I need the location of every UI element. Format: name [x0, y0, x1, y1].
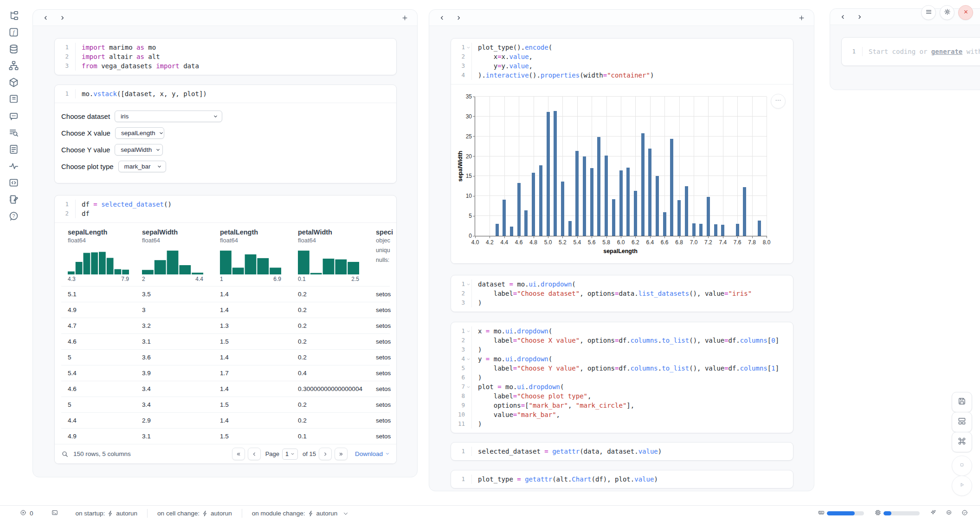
run-button[interactable] — [952, 475, 972, 496]
close-button[interactable] — [958, 5, 973, 20]
chevron-left-icon[interactable] — [838, 12, 848, 22]
chart-bar[interactable] — [547, 112, 550, 236]
chart-bar[interactable] — [583, 156, 586, 236]
chart-bar[interactable] — [670, 139, 673, 236]
code-editor[interactable]: 1dataset = mo.ui.dropdown(2 label="Choos… — [451, 275, 793, 312]
chart-bar[interactable] — [510, 227, 513, 236]
chevron-right-icon[interactable] — [854, 12, 864, 22]
fold-chevron-icon[interactable] — [465, 280, 471, 289]
dependency-graph-icon[interactable] — [5, 57, 22, 74]
scripts-icon[interactable] — [5, 91, 22, 107]
chart-bar[interactable] — [677, 200, 681, 236]
chart-bar[interactable] — [692, 223, 696, 236]
settings-button[interactable] — [940, 5, 954, 20]
chart-bar[interactable] — [707, 197, 710, 236]
page-select[interactable]: 1 — [282, 449, 298, 460]
add-cell-icon[interactable] — [400, 13, 410, 23]
chart-bar[interactable] — [568, 221, 572, 236]
terminal-button[interactable] — [49, 509, 57, 517]
runtime-config-2[interactable]: on module change:autorun — [252, 510, 352, 517]
generate-link[interactable]: generate — [931, 48, 962, 55]
runtime-config-0[interactable]: on startup:autorun — [76, 510, 138, 517]
code-editor-empty[interactable]: 1 Start coding or generate with — [842, 47, 980, 56]
code-editor[interactable]: 1selected_dataset = getattr(data, datase… — [451, 443, 793, 460]
chevron-right-icon[interactable] — [57, 13, 67, 23]
chevron-right-icon[interactable] — [453, 13, 464, 23]
column-header-sepalWidth[interactable]: sepalWidthfloat6424.4 — [135, 228, 213, 282]
chart-bar[interactable] — [663, 212, 666, 236]
functions-icon[interactable]: f — [5, 24, 22, 40]
chart-bar[interactable] — [597, 137, 600, 236]
dropdown-3[interactable]: mark_bar — [118, 161, 166, 172]
file-tree-icon[interactable] — [5, 7, 22, 24]
fold-chevron-icon[interactable] — [465, 326, 471, 336]
keyboard-shortcuts-button[interactable] — [952, 432, 972, 452]
code-editor[interactable]: 1plot_type = getattr(alt.Chart(df), plot… — [451, 470, 793, 488]
chart-bar[interactable] — [721, 225, 724, 236]
check-circle-button[interactable] — [959, 509, 967, 517]
chart-bar[interactable] — [634, 191, 637, 236]
packages-icon[interactable] — [5, 74, 22, 91]
help-icon[interactable]: ? — [5, 208, 22, 224]
code-editor[interactable]: 1x = mo.ui.dropdown(2 label="Choose X va… — [451, 322, 793, 433]
column-header-sepalLength[interactable]: sepalLengthfloat644.37.9 — [61, 228, 135, 282]
chart-bar[interactable] — [612, 199, 615, 236]
search-icon[interactable] — [61, 450, 69, 458]
scratchpad-icon[interactable] — [5, 191, 22, 208]
dropdown-0[interactable]: iris — [115, 111, 222, 122]
code-editor[interactable]: 1plot_type().encode(2 x=x.value,3 y=y.va… — [451, 39, 793, 84]
copilot-button[interactable] — [943, 509, 951, 517]
column-header-speci[interactable]: speciobjecuniqunulls: — [369, 228, 392, 282]
column-header-petalWidth[interactable]: petalWidthfloat640.12.5 — [291, 228, 369, 282]
chart-bar[interactable] — [517, 183, 521, 236]
chart-bar[interactable] — [699, 224, 703, 236]
chevron-left-icon[interactable] — [437, 13, 447, 23]
errors-indicator[interactable]: 0 — [18, 509, 33, 517]
stop-button[interactable] — [952, 456, 972, 476]
fold-chevron-icon[interactable] — [465, 382, 471, 391]
runtime-config-1[interactable]: on cell change:autorun — [157, 510, 232, 517]
dropdown-2[interactable]: sepalWidth — [115, 144, 163, 156]
chart-bar[interactable] — [590, 168, 593, 236]
chevron-left-icon[interactable] — [40, 13, 51, 23]
chart-bar[interactable] — [539, 165, 542, 236]
chart-bar[interactable] — [561, 182, 564, 236]
layout-button[interactable] — [952, 412, 972, 432]
chart-bar[interactable] — [758, 221, 761, 236]
last-page-button[interactable] — [335, 448, 348, 460]
altair-bar-chart[interactable]: sepalWidth 4.04.24.44.64.85.05.25.45.65.… — [451, 85, 793, 263]
database-icon[interactable] — [5, 40, 22, 57]
tracing-icon[interactable] — [5, 157, 22, 174]
chart-bar[interactable] — [685, 186, 688, 236]
next-page-button[interactable] — [319, 448, 332, 460]
chart-bar[interactable] — [736, 224, 739, 236]
fold-chevron-icon[interactable] — [465, 354, 471, 364]
first-page-button[interactable] — [232, 448, 245, 460]
chart-bar[interactable] — [503, 200, 506, 236]
chart-bar[interactable] — [524, 210, 528, 236]
chat-icon[interactable] — [5, 107, 22, 124]
chart-bar[interactable] — [626, 168, 630, 236]
chart-bar[interactable] — [743, 187, 746, 236]
save-button[interactable] — [952, 392, 972, 412]
chart-bar[interactable] — [656, 176, 659, 236]
code-editor[interactable]: 1import marimo as mo2import altair as al… — [55, 39, 396, 75]
chart-bar[interactable] — [575, 151, 579, 236]
documentation-icon[interactable] — [5, 141, 22, 157]
chart-plot-area[interactable]: 4.04.24.44.64.85.05.25.45.65.86.06.26.46… — [475, 97, 767, 236]
chart-bar[interactable] — [496, 224, 499, 236]
chart-bar[interactable] — [714, 224, 717, 236]
fold-chevron-icon[interactable] — [465, 43, 471, 52]
sparkles-button[interactable] — [928, 509, 935, 517]
code-editor[interactable]: 1df = selected_dataset()2df — [55, 195, 396, 222]
add-cell-icon[interactable] — [796, 13, 806, 23]
chart-bar[interactable] — [554, 111, 557, 236]
chart-bar[interactable] — [641, 133, 645, 236]
download-button[interactable]: Download — [355, 450, 390, 457]
column-header-petalLength[interactable]: petalLengthfloat6416.9 — [213, 228, 291, 282]
code-editor[interactable]: 1mo.vstack([dataset, x, y, plot]) — [55, 85, 396, 103]
dropdown-1[interactable]: sepalLength — [115, 127, 164, 139]
menu-button[interactable] — [921, 5, 936, 20]
logs-icon[interactable] — [5, 124, 22, 141]
chart-bar[interactable] — [605, 156, 608, 236]
